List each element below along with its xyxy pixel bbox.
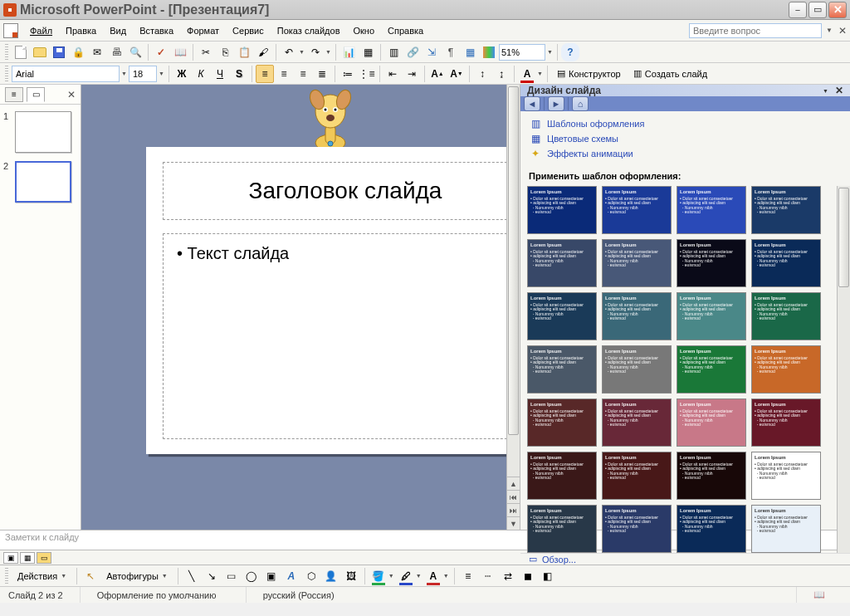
italic-button[interactable]: К — [192, 65, 210, 83]
thumbnail-close-button[interactable]: ✕ — [67, 89, 76, 100]
slide-sorter-view-button[interactable]: ▦ — [20, 552, 35, 564]
3d-style-button[interactable]: ◧ — [539, 567, 557, 585]
design-template-thumbnail[interactable]: Lorem Ipsum• Dolor sit amet consectetuer… — [602, 398, 672, 447]
design-template-thumbnail[interactable]: Lorem Ipsum• Dolor sit amet consectetuer… — [751, 452, 821, 500]
line-color-dropdown[interactable]: ▼ — [415, 573, 423, 579]
show-grid-button[interactable]: ▦ — [461, 43, 479, 61]
spell-check-button[interactable]: ✓ — [152, 43, 170, 61]
insert-picture-tool[interactable]: 🖼 — [342, 567, 360, 585]
menu-format[interactable]: Формат — [180, 22, 226, 40]
bold-button[interactable]: Ж — [173, 65, 191, 83]
line-style-button[interactable]: ≡ — [459, 567, 477, 585]
design-template-thumbnail[interactable]: Lorem Ipsum• Dolor sit amet consectetuer… — [602, 345, 672, 394]
font-color-button[interactable]: A — [424, 567, 442, 585]
help-search-dropdown[interactable]: ▼ — [823, 25, 835, 37]
distributed-button[interactable]: ≣ — [313, 65, 331, 83]
font-dropdown[interactable]: ▼ — [120, 71, 128, 76]
arrow-tool[interactable]: ↘ — [203, 567, 221, 585]
diagram-tool[interactable]: ⬡ — [302, 567, 320, 585]
help-search-input[interactable] — [689, 23, 822, 38]
format-painter-button[interactable]: 🖌 — [254, 43, 272, 61]
menu-insert[interactable]: Вставка — [133, 22, 180, 40]
templates-grid[interactable]: Lorem Ipsum• Dolor sit amet consectetuer… — [527, 186, 832, 553]
animation-effects-link[interactable]: ✦ Эффекты анимации — [529, 146, 842, 161]
shadow-style-button[interactable]: ◼ — [519, 567, 537, 585]
design-template-thumbnail[interactable]: Lorem Ipsum• Dolor sit amet consectetuer… — [677, 452, 746, 500]
slide-title-placeholder[interactable]: Заголовок слайда — [163, 162, 520, 220]
taskpane-home-button[interactable]: ⌂ — [572, 96, 589, 111]
close-button[interactable]: ✕ — [828, 2, 847, 18]
tables-borders-button[interactable]: ▥ — [384, 43, 403, 61]
next-slide-button[interactable]: ▼ — [507, 516, 520, 530]
design-template-thumbnail[interactable]: Lorem Ipsum• Dolor sit amet consectetuer… — [677, 239, 746, 287]
font-color-dropdown[interactable]: ▼ — [442, 573, 450, 579]
toolbar-grip[interactable] — [5, 44, 8, 61]
toolbar-grip[interactable] — [5, 568, 8, 584]
oval-tool[interactable]: ◯ — [242, 567, 261, 585]
menu-help[interactable]: Справка — [381, 22, 430, 40]
color-grayscale-button[interactable] — [480, 43, 498, 61]
line-color-button[interactable]: 🖊 — [397, 567, 415, 585]
open-button[interactable] — [31, 43, 49, 61]
align-right-button[interactable]: ≡ — [294, 65, 312, 83]
expand-all-button[interactable]: ⇲ — [423, 43, 441, 61]
status-language[interactable]: русский (Россия) — [246, 587, 351, 603]
bullets-button[interactable]: ⋮≡ — [358, 65, 376, 83]
design-template-thumbnail[interactable]: Lorem Ipsum• Dolor sit amet consectetuer… — [527, 398, 597, 447]
new-button[interactable] — [12, 43, 30, 61]
align-center-button[interactable]: ≡ — [275, 65, 293, 83]
rectangle-tool[interactable]: ▭ — [222, 567, 241, 585]
show-formatting-button[interactable]: ¶ — [442, 43, 460, 61]
font-color-button[interactable]: A — [518, 65, 536, 83]
clipart-tool[interactable]: 👤 — [322, 567, 340, 585]
design-template-thumbnail[interactable]: Lorem Ipsum• Dolor sit amet consectetuer… — [677, 345, 746, 394]
scrollbar-thumb[interactable] — [838, 188, 849, 287]
design-template-thumbnail[interactable]: Lorem Ipsum• Dolor sit amet consectetuer… — [527, 239, 597, 287]
menu-view[interactable]: Вид — [103, 22, 133, 40]
design-template-thumbnail[interactable]: Lorem Ipsum• Dolor sit amet consectetuer… — [602, 505, 672, 553]
menu-edit[interactable]: Правка — [59, 22, 103, 40]
design-template-thumbnail[interactable]: Lorem Ipsum• Dolor sit amet consectetuer… — [677, 186, 746, 234]
line-tool[interactable]: ╲ — [183, 567, 201, 585]
next-slide-double-button[interactable]: ⏭ — [507, 503, 520, 516]
menu-tools[interactable]: Сервис — [226, 22, 271, 40]
taskpane-back-button[interactable]: ◄ — [524, 96, 540, 111]
toolbar-grip[interactable] — [5, 66, 8, 82]
menu-file[interactable]: Файл — [23, 22, 59, 40]
design-template-thumbnail[interactable]: Lorem Ipsum• Dolor sit amet consectetuer… — [602, 186, 672, 234]
redo-dropdown[interactable]: ▼ — [325, 49, 332, 55]
taskpane-menu-button[interactable]: ▼ — [823, 88, 828, 94]
templates-scrollbar[interactable] — [837, 186, 850, 553]
font-size-dropdown[interactable]: ▼ — [158, 71, 165, 76]
increase-indent-button[interactable]: ⇥ — [403, 65, 421, 83]
align-left-button[interactable]: ≡ — [256, 65, 274, 83]
fill-color-dropdown[interactable]: ▼ — [388, 573, 395, 579]
email-button[interactable]: ✉ — [88, 43, 106, 61]
paste-button[interactable]: 📋 — [235, 43, 253, 61]
design-template-thumbnail[interactable]: Lorem Ipsum• Dolor sit amet consectetuer… — [602, 292, 672, 340]
design-template-thumbnail[interactable]: Lorem Ipsum• Dolor sit amet consectetuer… — [751, 292, 821, 340]
color-schemes-link[interactable]: ▦ Цветовые схемы — [529, 131, 842, 146]
design-template-thumbnail[interactable]: Lorem Ipsum• Dolor sit amet consectetuer… — [527, 186, 597, 234]
permission-button[interactable]: 🔒 — [69, 43, 87, 61]
decrease-spacing-button[interactable]: ↕ — [473, 65, 491, 83]
research-button[interactable]: 📖 — [171, 43, 189, 61]
thumbnails-list[interactable]: 1 2 — [0, 105, 81, 530]
taskpane-forward-button[interactable]: ► — [548, 96, 564, 111]
design-template-thumbnail[interactable]: Lorem Ipsum• Dolor sit amet consectetuer… — [527, 505, 597, 553]
increase-font-button[interactable]: A▲ — [428, 65, 447, 83]
prev-slide-double-button[interactable]: ⏮ — [507, 490, 520, 503]
font-select[interactable] — [12, 66, 120, 82]
scrollbar-thumb[interactable] — [508, 86, 519, 435]
vertical-scrollbar[interactable]: ▲ ⏮ ⏭ ▼ — [506, 85, 520, 530]
taskpane-close-button[interactable]: ✕ — [835, 85, 843, 96]
design-template-thumbnail[interactable]: Lorem Ipsum• Dolor sit amet consectetuer… — [527, 292, 597, 340]
increase-spacing-button[interactable]: ↨ — [492, 65, 510, 83]
undo-dropdown[interactable]: ▼ — [298, 49, 305, 55]
copy-button[interactable]: ⎘ — [216, 43, 234, 61]
font-size-select[interactable] — [129, 66, 157, 82]
arrow-style-button[interactable]: ⇄ — [499, 567, 517, 585]
wordart-tool[interactable]: A — [282, 567, 300, 585]
normal-view-button[interactable]: ▣ — [3, 552, 18, 564]
select-objects-button[interactable]: ↖ — [81, 567, 100, 585]
